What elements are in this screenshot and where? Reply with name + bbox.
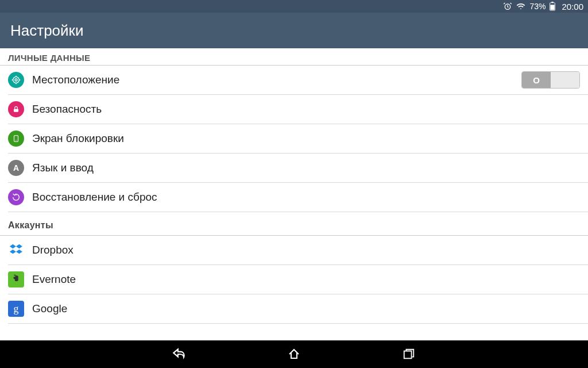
svg-rect-3 <box>551 5 555 10</box>
section-header-personal: ЛИЧНЫЕ ДАННЫЕ <box>0 48 588 65</box>
row-account-google[interactable]: g Google <box>0 294 588 323</box>
home-button[interactable] <box>283 343 305 366</box>
toggle-on-side <box>551 72 579 88</box>
status-bar: 73% 20:00 <box>0 0 588 13</box>
svg-point-4 <box>15 79 17 81</box>
back-button[interactable] <box>168 343 191 366</box>
row-account-evernote[interactable]: Evernote <box>0 265 588 294</box>
row-account-dropbox[interactable]: Dropbox <box>0 236 588 264</box>
row-label: Google <box>32 302 580 315</box>
backup-icon <box>8 189 24 205</box>
row-lockscreen[interactable]: Экран блокировки <box>0 124 588 153</box>
battery-icon <box>549 2 556 11</box>
section-header-accounts: Аккаунты <box>0 212 588 233</box>
row-label: Evernote <box>32 273 580 286</box>
battery-percentage: 73% <box>529 2 546 11</box>
row-label: Экран блокировки <box>32 132 580 145</box>
navigation-bar <box>0 340 588 368</box>
language-icon: A <box>8 160 24 176</box>
wifi-icon <box>516 2 526 11</box>
svg-point-8 <box>16 140 16 140</box>
dropbox-icon <box>8 242 24 258</box>
svg-point-5 <box>13 77 20 83</box>
svg-rect-7 <box>14 136 18 142</box>
page-title: Настройки <box>10 22 84 40</box>
google-icon: g <box>8 301 24 317</box>
row-label: Язык и ввод <box>32 162 580 174</box>
evernote-icon <box>8 271 24 288</box>
svg-rect-9 <box>404 351 412 359</box>
row-label: Dropbox <box>32 244 580 256</box>
row-security[interactable]: Безопасность <box>0 95 588 124</box>
lockscreen-icon <box>8 131 24 147</box>
row-location[interactable]: Местоположение O <box>0 66 588 94</box>
title-bar: Настройки <box>0 13 588 48</box>
svg-rect-2 <box>552 2 554 3</box>
row-label: Местоположение <box>32 74 521 86</box>
location-icon <box>8 72 24 88</box>
toggle-off-label: O <box>522 72 551 88</box>
clock: 20:00 <box>562 2 583 12</box>
row-label: Восстановление и сброс <box>32 191 580 204</box>
row-backup-reset[interactable]: Восстановление и сброс <box>0 183 588 212</box>
security-icon <box>8 101 24 117</box>
recents-button[interactable] <box>397 343 420 366</box>
row-label: Безопасность <box>32 103 580 116</box>
svg-rect-6 <box>14 109 18 112</box>
settings-list: ЛИЧНЫЕ ДАННЫЕ Местоположение O Безопасно… <box>0 48 588 340</box>
alarm-icon <box>503 2 512 11</box>
row-language[interactable]: A Язык и ввод <box>0 154 588 182</box>
location-toggle[interactable]: O <box>521 71 580 89</box>
